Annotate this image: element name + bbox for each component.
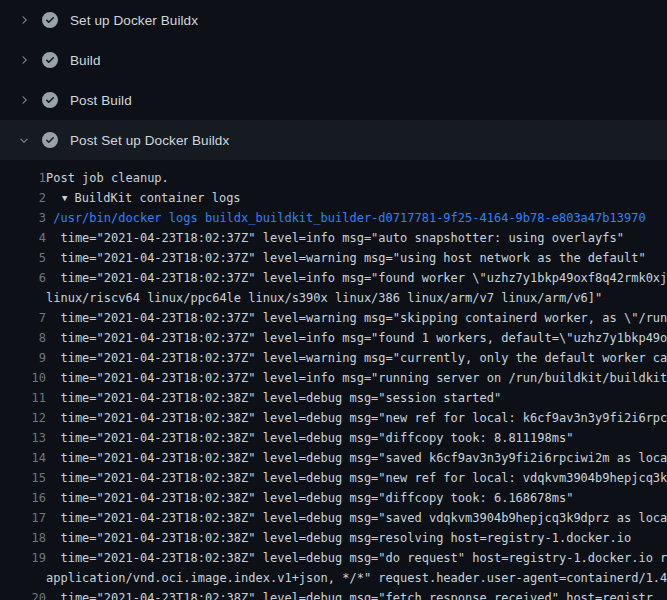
step-header[interactable]: Build	[0, 40, 667, 80]
log-line-text: time="2021-04-23T18:02:37Z" level=info m…	[46, 268, 667, 288]
log-line-text: time="2021-04-23T18:02:38Z" level=debug …	[46, 468, 667, 488]
log-line-text: time="2021-04-23T18:02:37Z" level=info m…	[46, 328, 667, 348]
check-circle-icon	[42, 52, 58, 68]
actions-log-viewer: Set up Docker Buildx Build	[0, 0, 667, 600]
log-line-text: Post job cleanup.	[46, 168, 169, 188]
log-line: application/vnd.oci.image.index.v1+json,…	[0, 568, 667, 588]
log-line-text: time="2021-04-23T18:02:37Z" level=info m…	[46, 368, 667, 388]
log-line-text: time="2021-04-23T18:02:38Z" level=debug …	[46, 508, 667, 528]
log-line-number[interactable]	[0, 568, 46, 588]
log-line-number[interactable]: 5	[0, 248, 46, 268]
log-line: 19 time="2021-04-23T18:02:38Z" level=deb…	[0, 548, 667, 568]
log-line: 2 ▼ BuildKit container logs	[0, 188, 667, 208]
log-line: 9 time="2021-04-23T18:02:37Z" level=warn…	[0, 348, 667, 368]
log-line-number[interactable]: 3	[0, 208, 46, 228]
log-line: 14 time="2021-04-23T18:02:38Z" level=deb…	[0, 448, 667, 468]
log-line-text: time="2021-04-23T18:02:37Z" level=warnin…	[46, 348, 667, 368]
log-line-text: /usr/bin/docker logs buildx_buildkit_bui…	[46, 208, 646, 228]
chevron-icon	[16, 92, 32, 108]
log-line: 6 time="2021-04-23T18:02:37Z" level=info…	[0, 268, 667, 288]
step-header[interactable]: Set up Docker Buildx	[0, 0, 667, 40]
log-line-text: time="2021-04-23T18:02:38Z" level=debug …	[46, 388, 501, 408]
check-circle-icon	[42, 92, 58, 108]
log-line: 8 time="2021-04-23T18:02:37Z" level=info…	[0, 328, 667, 348]
step-label: Post Build	[70, 93, 132, 108]
log-line: 20 time="2021-04-23T18:02:38Z" level=deb…	[0, 588, 667, 600]
log-line-text: time="2021-04-23T18:02:38Z" level=debug …	[46, 448, 667, 468]
check-circle-icon	[42, 132, 58, 148]
step-header[interactable]: Post Set up Docker Buildx	[0, 120, 667, 160]
log-line-number[interactable]: 6	[0, 268, 46, 288]
log-line-text: application/vnd.oci.image.index.v1+json,…	[46, 568, 667, 588]
log-line-number[interactable]: 17	[0, 508, 46, 528]
log-line-number[interactable]: 13	[0, 428, 46, 448]
log-line-text: time="2021-04-23T18:02:38Z" level=debug …	[46, 588, 653, 600]
step-label: Post Set up Docker Buildx	[70, 133, 229, 148]
log-line-text: time="2021-04-23T18:02:37Z" level=info m…	[46, 228, 624, 248]
log-line-number[interactable]: 15	[0, 468, 46, 488]
log-line-number[interactable]: 16	[0, 488, 46, 508]
log-line: 16 time="2021-04-23T18:02:38Z" level=deb…	[0, 488, 667, 508]
log-line-number[interactable]: 19	[0, 548, 46, 568]
log-line-text: time="2021-04-23T18:02:38Z" level=debug …	[46, 488, 573, 508]
log-line-number[interactable]: 2	[0, 188, 46, 208]
log-line-number[interactable]: 14	[0, 448, 46, 468]
log-line: 12 time="2021-04-23T18:02:38Z" level=deb…	[0, 408, 667, 428]
log-line-text: time="2021-04-23T18:02:37Z" level=warnin…	[46, 248, 646, 268]
log-line-number[interactable]: 8	[0, 328, 46, 348]
log-line: 10 time="2021-04-23T18:02:37Z" level=inf…	[0, 368, 667, 388]
chevron-icon	[16, 12, 32, 28]
log-line: 4 time="2021-04-23T18:02:37Z" level=info…	[0, 228, 667, 248]
log-line-number[interactable]	[0, 288, 46, 308]
log-line-number[interactable]: 7	[0, 308, 46, 328]
log-line: 3 /usr/bin/docker logs buildx_buildkit_b…	[0, 208, 667, 228]
log-area: 1 Post job cleanup. 2 ▼ BuildKit contain…	[0, 160, 667, 600]
log-line-text: time="2021-04-23T18:02:38Z" level=debug …	[46, 408, 667, 428]
log-line: 1 Post job cleanup.	[0, 168, 667, 188]
log-line-number[interactable]: 4	[0, 228, 46, 248]
log-line-text: time="2021-04-23T18:02:38Z" level=debug …	[46, 548, 667, 568]
log-line: 11 time="2021-04-23T18:02:38Z" level=deb…	[0, 388, 667, 408]
disclosure-icon[interactable]: ▼	[62, 188, 67, 208]
step-label: Set up Docker Buildx	[70, 13, 198, 28]
log-line: 7 time="2021-04-23T18:02:37Z" level=warn…	[0, 308, 667, 328]
log-line-text: linux/riscv64 linux/ppc64le linux/s390x …	[46, 288, 602, 308]
log-line-number[interactable]: 10	[0, 368, 46, 388]
log-line-number[interactable]: 20	[0, 588, 46, 600]
log-line-number[interactable]: 1	[0, 168, 46, 188]
log-line: linux/riscv64 linux/ppc64le linux/s390x …	[0, 288, 667, 308]
log-line-text: BuildKit container logs	[74, 188, 240, 208]
log-line-number[interactable]: 18	[0, 528, 46, 548]
log-line-text: time="2021-04-23T18:02:38Z" level=debug …	[46, 528, 631, 548]
log-line-text: time="2021-04-23T18:02:37Z" level=warnin…	[46, 308, 667, 328]
log-line: 5 time="2021-04-23T18:02:37Z" level=warn…	[0, 248, 667, 268]
chevron-icon	[16, 132, 32, 148]
log-line-text: time="2021-04-23T18:02:38Z" level=debug …	[46, 428, 573, 448]
log-line: 15 time="2021-04-23T18:02:38Z" level=deb…	[0, 468, 667, 488]
log-line: 17 time="2021-04-23T18:02:38Z" level=deb…	[0, 508, 667, 528]
log-line-number[interactable]: 12	[0, 408, 46, 428]
log-line-number[interactable]: 9	[0, 348, 46, 368]
log-line: 18 time="2021-04-23T18:02:38Z" level=deb…	[0, 528, 667, 548]
workflow-steps: Set up Docker Buildx Build	[0, 0, 667, 160]
step-label: Build	[70, 53, 101, 68]
chevron-icon	[16, 52, 32, 68]
check-circle-icon	[42, 12, 58, 28]
log-line-number[interactable]: 11	[0, 388, 46, 408]
log-line: 13 time="2021-04-23T18:02:38Z" level=deb…	[0, 428, 667, 448]
step-header[interactable]: Post Build	[0, 80, 667, 120]
